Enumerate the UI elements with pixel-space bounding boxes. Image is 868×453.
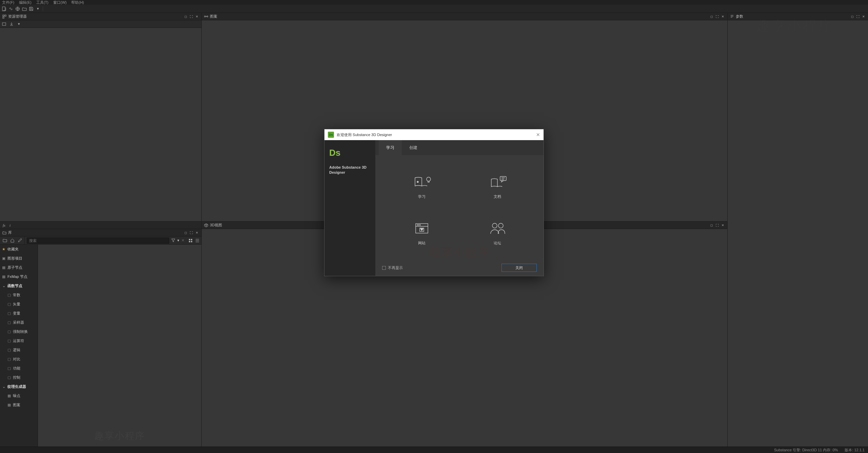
left-column: 资源管理器 ◻ ⛶ ✕ ▾ fx i [0,13,202,447]
svg-rect-14 [500,176,506,181]
tree-function-nodes[interactable]: ⌄函数节点 [0,281,38,290]
tree-item[interactable]: ▢运算符 [0,336,38,345]
close-icon[interactable]: ✕ [536,132,540,137]
dont-show-checkbox[interactable]: 不再显示 [382,265,403,270]
panel-undock-icon[interactable]: ◻ [183,230,188,235]
chevron-down-icon: ⌄ [1,384,6,389]
tree-graph-project[interactable]: ▣图形项目 [0,254,38,263]
dropdown-icon[interactable]: ▾ [16,21,22,27]
menu-window[interactable]: 窗口(W) [53,0,67,5]
card-docs[interactable]: 文档 [461,165,533,208]
panel-maximize-icon[interactable]: ⛶ [855,14,860,19]
card-learn[interactable]: 学习 [386,165,458,208]
tree-item[interactable]: ▢常数 [0,290,38,300]
panel-close-icon[interactable]: ✕ [721,223,725,228]
dialog-titlebar[interactable]: Ds 欢迎使用 Substance 3D Designer ✕ [324,129,544,140]
home-icon[interactable] [9,238,15,243]
panel-maximize-icon[interactable]: ⛶ [715,223,719,228]
library-titlebar: 库 ◻ ⛶ ✕ [0,229,201,237]
panel-undock-icon[interactable]: ◻ [850,14,854,19]
globe-icon[interactable] [15,6,20,12]
tree-item[interactable]: ▢强制转换 [0,327,38,336]
panel-undock-icon[interactable]: ◻ [709,14,714,19]
tree-item[interactable]: ▢矢量 [0,300,38,309]
tree-favorites[interactable]: ★收藏夹 [0,245,38,254]
properties-title: 参数 [736,14,743,19]
grid-view-icon[interactable] [188,238,193,243]
properties-body[interactable] [728,20,868,447]
tree-atomic[interactable]: ▦原子节点 [0,263,38,272]
dialog-tabs: 学习 创建 [375,140,544,155]
export-icon[interactable] [9,21,14,27]
node-icon: ▢ [7,320,12,325]
main-toolbar: ▾ [0,5,868,13]
tree-item[interactable]: ▦图案 [0,400,38,410]
svg-point-13 [417,181,418,183]
edit-icon[interactable] [17,238,22,243]
status-engine: Substance 引擎: Direct3D 11 内存: 0% [774,448,838,453]
open-folder-icon[interactable] [22,6,27,12]
menu-help[interactable]: 帮助(H) [71,0,84,5]
new-file-icon[interactable] [1,6,7,12]
panel-close-icon[interactable]: ✕ [195,230,199,235]
explorer-body[interactable] [0,28,201,221]
3d-view-title: 3D视图 [210,223,222,228]
tree-fxmap[interactable]: ▦FxMap 节点 [0,272,38,281]
grid-icon: ▦ [1,275,6,279]
filter-dropdown-icon[interactable]: ▾ [177,238,179,243]
info-icon[interactable]: i [9,223,11,227]
library-icon [2,230,7,235]
save-dropdown-icon[interactable]: ▾ [35,6,41,12]
filter-icon[interactable] [171,238,175,243]
clear-filter-icon[interactable]: ✕ [181,238,184,243]
panel-close-icon[interactable]: ✕ [721,14,725,19]
svg-rect-4 [3,17,4,18]
panel-close-icon[interactable]: ✕ [861,14,866,19]
node-icon: ▢ [7,311,12,316]
product-name: Adobe Substance 3D Designer [329,165,371,175]
cube-icon [204,223,209,228]
explorer-panel: 资源管理器 ◻ ⛶ ✕ ▾ [0,13,201,222]
tree-texture-generator[interactable]: ⌄纹理生成器 [0,382,38,391]
tab-learn[interactable]: 学习 [379,140,402,155]
search-input[interactable] [27,238,169,244]
status-version: 版本: 12.1.1 [845,448,865,453]
card-label: 学习 [418,194,426,199]
star-icon: ★ [1,247,6,251]
new-package-icon[interactable] [1,21,7,27]
card-forum[interactable]: 论坛 [461,212,533,255]
library-tree[interactable]: ★收藏夹 ▣图形项目 ▦原子节点 ▦FxMap 节点 ⌄函数节点 ▢常数 ▢矢量… [0,245,38,447]
list-view-icon[interactable] [195,238,200,243]
link-icon[interactable] [8,6,14,12]
tree-item[interactable]: ▢变量 [0,309,38,318]
library-content[interactable]: 趣享小程序 [38,245,201,447]
panel-maximize-icon[interactable]: ⛶ [715,14,719,19]
panel-maximize-icon[interactable]: ⛶ [189,14,194,19]
svg-point-20 [492,223,497,228]
panel-undock-icon[interactable]: ◻ [709,223,714,228]
menu-tools[interactable]: 工具(T) [36,0,48,5]
tree-item[interactable]: ▢对比 [0,355,38,364]
fn-icon[interactable]: fx [3,223,5,227]
properties-titlebar: 参数 ◻ ⛶ ✕ [728,13,868,20]
svg-rect-5 [2,23,6,25]
tree-item[interactable]: ▩噪点 [0,391,38,400]
panel-close-icon[interactable]: ✕ [195,14,199,19]
tab-create[interactable]: 创建 [402,140,425,155]
dialog-footer: 不再显示 关闭 [375,260,544,276]
tree-item[interactable]: ▢采样器 [0,318,38,327]
menu-edit[interactable]: 编辑(E) [19,0,32,5]
panel-maximize-icon[interactable]: ⛶ [189,230,194,235]
save-icon[interactable] [28,6,34,12]
explorer-titlebar: 资源管理器 ◻ ⛶ ✕ [0,13,201,20]
tree-item[interactable]: ▢逻辑 [0,345,38,355]
graph-icon [204,14,209,19]
folder-icon[interactable] [2,238,7,243]
close-button[interactable]: 关闭 [501,264,537,272]
menu-file[interactable]: 文件(F) [2,0,14,5]
card-website[interactable]: 网站 [386,212,458,255]
book-lightbulb-icon [411,174,433,189]
tree-item[interactable]: ▢功能 [0,364,38,373]
panel-undock-icon[interactable]: ◻ [183,14,188,19]
tree-item[interactable]: ▢控制 [0,373,38,382]
